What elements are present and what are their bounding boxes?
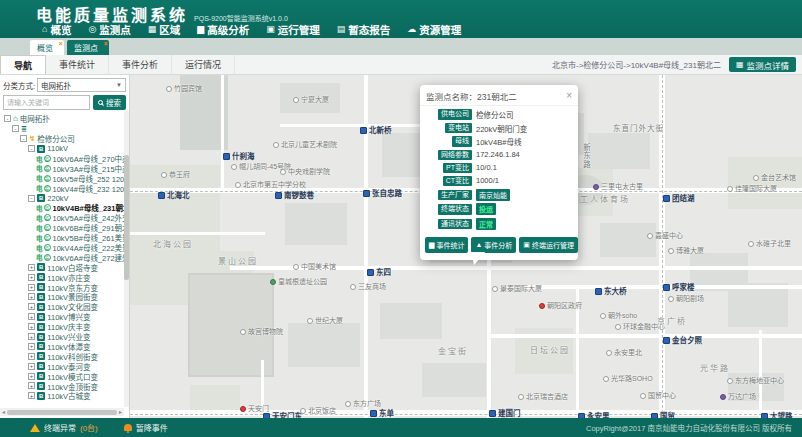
window-tab-概览[interactable]: 概览×: [30, 40, 64, 55]
map-label: 建国门: [489, 410, 521, 418]
bus-icon: B: [37, 303, 45, 311]
poi-icon: [603, 376, 609, 382]
map-label: 恭王府: [161, 171, 190, 178]
map-canvas[interactable]: 什刹海北海北南锣鼓巷北新桥张自忠路东四天安门东东单建国门永安里国贸大望路东大桥呼…: [130, 75, 802, 418]
tree-vertical-scrollbar[interactable]: [124, 111, 129, 407]
sag-event-label: 暂降事件: [136, 422, 168, 433]
expand-icon[interactable]: +: [28, 333, 35, 340]
collapse-icon[interactable]: -: [12, 125, 19, 132]
close-icon[interactable]: ×: [566, 91, 572, 101]
tree-horizontal-scrollbar[interactable]: ◄ ►: [0, 408, 124, 416]
expand-icon[interactable]: +: [28, 264, 35, 271]
map-label-text: 张自忠路: [372, 190, 402, 198]
metro-station-icon: [223, 153, 230, 160]
map-label: 工人体育场: [580, 196, 630, 204]
nav-item-资源管理[interactable]: ☁资源管理: [407, 22, 461, 37]
main-area: 分类方式: 电网拓扑 ▼ 搜索 -⌂电网拓扑-≣-↯检修分公司-B110kV电监…: [0, 75, 802, 418]
sag-event-item[interactable]: 暂降事件: [124, 422, 168, 433]
collapse-icon[interactable]: -: [20, 135, 27, 142]
panel-tab-运行情况[interactable]: 运行情况: [172, 55, 235, 74]
bus-icon: B: [37, 263, 45, 271]
metro-station-icon: [651, 413, 658, 418]
field-label: 供电公司: [438, 109, 472, 119]
panel-tab-事件分析[interactable]: 事件分析: [109, 55, 172, 74]
scroll-right-icon[interactable]: ►: [118, 409, 123, 415]
tree-item[interactable]: 电监10kV4#母线_232 120: [2, 183, 129, 193]
map-label: 东方广场: [345, 400, 381, 407]
tab-close-icon[interactable]: ×: [59, 40, 63, 47]
nav-item-高级分析[interactable]: ▆高级分析: [197, 22, 249, 37]
expand-icon[interactable]: +: [28, 274, 35, 281]
expand-icon[interactable]: +: [28, 353, 35, 360]
field-label: 网络参数: [438, 150, 472, 160]
meter-icon: 电监: [36, 183, 51, 193]
nav-item-区域[interactable]: ▦区域: [148, 22, 181, 37]
scroll-left-icon[interactable]: ◄: [1, 409, 6, 415]
title-row: 电能质量监测系统 PQS-9200智能监测系统v1.0.0: [0, 0, 802, 21]
map-label-text: 中国美术馆: [301, 263, 336, 270]
map-blk: [285, 203, 347, 245]
map-label: 博雅大厦: [668, 247, 704, 254]
terminal-abnormal-item[interactable]: 终端异常(0台): [30, 422, 98, 433]
poi-icon: [270, 279, 276, 285]
popup-button-事件分析[interactable]: ▲事件分析: [471, 237, 516, 253]
map-label: 世纪大厦: [307, 317, 343, 324]
map-label: 中国美术馆: [293, 263, 336, 270]
tree-item[interactable]: -⌂电网拓扑: [2, 114, 129, 124]
expand-icon[interactable]: +: [28, 293, 35, 300]
tree-item[interactable]: +B110kV古城变: [2, 391, 129, 401]
field-label: 变电站: [445, 123, 472, 133]
popup-field: PT变比10/0.1: [426, 163, 572, 173]
metro-station-icon: [663, 337, 670, 344]
map-label-text: 佳隆国际大厦: [735, 185, 777, 192]
toolbar: 导航事件统计事件分析运行情况 北京市->检修分公司->10kV4B#母线_231…: [0, 55, 802, 75]
map-label-text: 东四: [376, 269, 391, 277]
panel-tab-事件统计[interactable]: 事件统计: [46, 55, 109, 74]
map-label-text: 工人体育场: [580, 196, 630, 204]
popup-button-终端运行管理[interactable]: ▣终端运行管理: [519, 237, 578, 253]
poi-icon: [293, 97, 299, 103]
search-input[interactable]: [3, 95, 90, 110]
collapse-icon[interactable]: -: [4, 115, 11, 122]
meter-icon: 电监: [36, 163, 51, 173]
expand-icon[interactable]: +: [28, 313, 35, 320]
map-label: 朝阳剧场: [668, 295, 704, 302]
panel-tab-导航[interactable]: 导航: [0, 55, 46, 74]
nav-item-概览[interactable]: ⌂概览: [42, 22, 71, 37]
expand-icon[interactable]: +: [28, 343, 35, 350]
expand-icon[interactable]: +: [28, 382, 35, 389]
nav-item-运行管理[interactable]: ▣运行管理: [266, 22, 320, 37]
expand-icon[interactable]: +: [28, 363, 35, 370]
category-select[interactable]: 电网拓扑 ▼: [37, 78, 126, 92]
window-tab-监测点[interactable]: 监测点×: [67, 40, 109, 55]
search-button[interactable]: 搜索: [93, 95, 126, 110]
expand-icon[interactable]: +: [28, 303, 35, 310]
tab-close-icon[interactable]: ×: [104, 40, 108, 47]
map-label-text: 北海公园: [153, 241, 193, 249]
field-label-col: 网络参数: [426, 150, 472, 160]
popup-button-事件统计[interactable]: ▆事件统计: [425, 237, 468, 253]
monitor-detail-button[interactable]: ▦ 监测点详情: [729, 57, 796, 72]
map-label-text: 北京饭店: [308, 407, 336, 414]
field-label: 终端状态: [438, 204, 472, 214]
expand-icon[interactable]: +: [28, 323, 35, 330]
popup-field: 供电公司检修分公司: [426, 109, 572, 120]
collapse-icon[interactable]: -: [28, 195, 35, 202]
expand-icon[interactable]: +: [28, 373, 35, 380]
poi-icon: [345, 401, 351, 407]
tree-item[interactable]: -↯检修分公司: [2, 134, 129, 144]
window-tabbar: 概览×监测点×: [0, 38, 802, 55]
nav-item-label: 运行管理: [278, 22, 320, 37]
expand-icon[interactable]: +: [28, 284, 35, 291]
collapse-icon[interactable]: -: [28, 145, 35, 152]
popup-title: 监测点名称：231朝北二: [426, 90, 517, 102]
nav-item-监测点[interactable]: ◎监测点: [88, 22, 130, 37]
nav-item-暂态报告[interactable]: ▤暂态报告: [337, 22, 391, 37]
map-label: 大望路: [761, 413, 793, 418]
manage-icon: ▣: [523, 241, 530, 248]
map-label-text: 京广桥: [657, 318, 687, 326]
popup-field: 终端状态投运: [426, 203, 572, 215]
field-value: 南京灿能: [476, 189, 510, 201]
expand-icon[interactable]: +: [28, 392, 35, 399]
metro-station-icon: [663, 195, 670, 202]
